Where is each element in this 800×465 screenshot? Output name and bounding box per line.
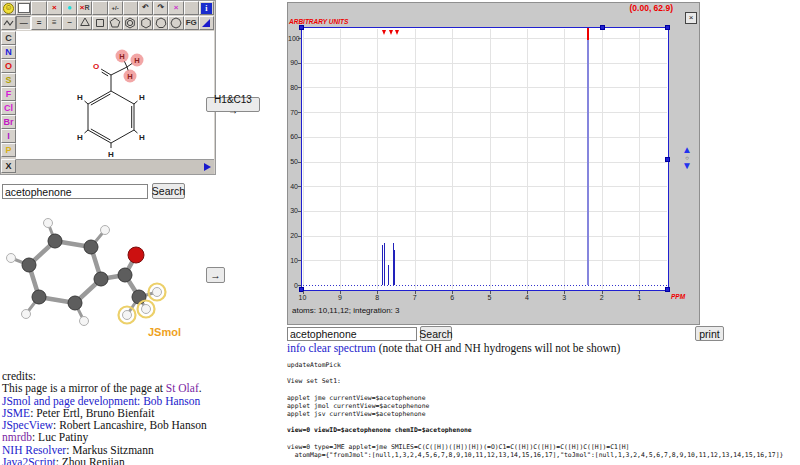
delete-button[interactable]: × <box>47 1 62 15</box>
info-link[interactable]: info <box>287 342 306 354</box>
structure-search-input[interactable] <box>2 184 148 199</box>
clear-selection-button[interactable]: × <box>168 1 183 15</box>
spectrum-search-button[interactable]: Search <box>420 326 452 341</box>
ring-3-button[interactable] <box>77 16 92 30</box>
grid-line-vertical <box>490 29 491 289</box>
jsme-logo-icon <box>200 17 212 29</box>
spectrum-search-input[interactable] <box>287 327 417 341</box>
stereo-bond-button[interactable]: ~ <box>62 16 77 30</box>
atom-label-H: H <box>139 133 145 142</box>
element-button-cl[interactable]: Cl <box>1 101 16 115</box>
send-to-spectrum-button[interactable]: → <box>206 267 225 283</box>
atom-label-H: H <box>108 150 114 159</box>
ring-8-button[interactable] <box>168 16 183 30</box>
redo-button[interactable]: ↷ <box>153 1 168 15</box>
delete-group-button[interactable]: ×R <box>77 1 92 15</box>
print-button[interactable]: print <box>695 326 724 341</box>
element-button-p[interactable]: P <box>1 143 16 157</box>
double-bond-button[interactable]: = <box>31 16 46 30</box>
h1-c13-transfer-button[interactable]: H1&C13 → <box>206 97 260 112</box>
element-button-br[interactable]: Br <box>1 115 16 129</box>
credits-link[interactable]: nmrdb <box>2 431 32 443</box>
chain-tool-button[interactable] <box>1 16 16 30</box>
frame-handle[interactable] <box>665 157 670 162</box>
peak-marker-icon <box>389 30 393 35</box>
charge-button[interactable]: +/- <box>108 1 123 15</box>
console-line: applet jme currentView=$acetophenone <box>287 394 783 402</box>
y-tick-label: 40 <box>288 183 298 190</box>
credits-link[interactable]: JSmol and page development: Bob Hanson <box>2 395 200 407</box>
x-tick-label: 8 <box>372 294 382 301</box>
single-bond-button[interactable]: — <box>16 16 31 30</box>
delete-group-icon: ×R <box>80 4 90 12</box>
jsme-editor-panel: ☺×●×R+/-↶↷×i —=≡~FG CNOSFClBrIP OHHHHHHH… <box>0 0 216 175</box>
credits-link[interactable]: JSpecView <box>2 419 53 431</box>
undo-button[interactable]: ↶ <box>138 1 153 15</box>
jsmol-logo-label[interactable]: JSmol <box>148 326 181 338</box>
mark-button[interactable]: ● <box>62 1 77 15</box>
clear-link[interactable]: clear <box>308 342 330 354</box>
peak-line <box>384 243 385 285</box>
x-axis-unit-label: PPM <box>671 293 685 300</box>
frame-handle[interactable] <box>299 25 304 30</box>
grid-line-horizontal <box>303 186 667 187</box>
ring-aromatic-button[interactable] <box>123 16 138 30</box>
element-button-n[interactable]: N <box>1 45 16 59</box>
triple-bond-icon: ≡ <box>52 19 57 27</box>
new-molecule-button[interactable] <box>16 1 31 15</box>
jsme-draw-canvas[interactable]: OHHHHHHHH <box>16 31 214 159</box>
element-button-s[interactable]: S <box>1 73 16 87</box>
grid-line-vertical <box>452 29 453 289</box>
frame-handle[interactable] <box>665 287 670 292</box>
functional-group-button[interactable]: FG <box>184 16 199 30</box>
frame-handle[interactable] <box>665 25 670 30</box>
zoom-arrows-control[interactable]: ▲ ○ ▼ <box>679 145 695 171</box>
atom-h <box>142 305 151 314</box>
zoom-up-icon[interactable]: ▲ <box>679 145 695 155</box>
ring-4-button[interactable] <box>92 16 107 30</box>
jsmol-3d-viewer[interactable] <box>5 203 205 328</box>
element-button-c[interactable]: C <box>1 31 16 45</box>
ring-7-button[interactable] <box>153 16 168 30</box>
jsme-logo-button[interactable] <box>199 16 214 30</box>
jsme-toolbar-row1: ☺×●×R+/-↶↷×i <box>1 1 214 16</box>
console-line: view=0 type=JME applet=jme SMILES=C(C([H… <box>287 443 783 451</box>
grid-line-horizontal <box>303 236 667 237</box>
info-button[interactable]: i <box>199 1 214 15</box>
credits-link[interactable]: NIH Resolver <box>2 444 66 456</box>
spectrum-plot-area[interactable]: 100908070605040302010010987654321 <box>288 3 699 324</box>
jspecview-spectrum-panel[interactable]: (0.00, 62.9) × ARBITRARY UNITS 100908070… <box>287 2 700 325</box>
credits-link[interactable]: JSME <box>2 407 30 419</box>
grid-line-vertical <box>340 29 341 289</box>
any-atom-x-button[interactable]: X <box>1 159 16 173</box>
atom-c <box>68 296 82 310</box>
ring-6-button[interactable] <box>138 16 153 30</box>
x-tick-mark <box>415 291 416 294</box>
spacer <box>123 1 138 15</box>
grid-line-vertical <box>602 29 603 289</box>
element-button-i[interactable]: I <box>1 129 16 143</box>
frame-handle[interactable] <box>600 25 605 30</box>
hexagon-ring-icon <box>140 17 152 29</box>
spectrum-link[interactable]: spectrum <box>334 342 376 354</box>
ring-5-button[interactable] <box>108 16 123 30</box>
credits-link[interactable]: St Olaf <box>166 382 199 394</box>
peak-line <box>382 245 383 285</box>
credits-link[interactable]: Java2Script <box>2 456 56 465</box>
redo-icon: ↷ <box>157 4 164 12</box>
y-tick-mark <box>298 38 301 39</box>
element-button-o[interactable]: O <box>1 59 16 73</box>
element-button-f[interactable]: F <box>1 87 16 101</box>
triple-bond-button[interactable]: ≡ <box>47 16 62 30</box>
spectrum-status-text: atoms: 10,11,12; integration: 3 <box>292 306 399 315</box>
selected-peak-line <box>587 38 589 285</box>
y-tick-label: 80 <box>288 84 298 91</box>
zoom-down-icon[interactable]: ▼ <box>679 161 695 171</box>
grid-line-vertical <box>415 29 416 289</box>
x-tick-label: 1 <box>634 294 644 301</box>
smiley-button[interactable]: ☺ <box>1 1 16 15</box>
structure-search-button[interactable]: Search <box>152 183 185 199</box>
grid-line-vertical <box>527 29 528 289</box>
baseline <box>303 285 667 286</box>
atom-h <box>101 226 110 235</box>
